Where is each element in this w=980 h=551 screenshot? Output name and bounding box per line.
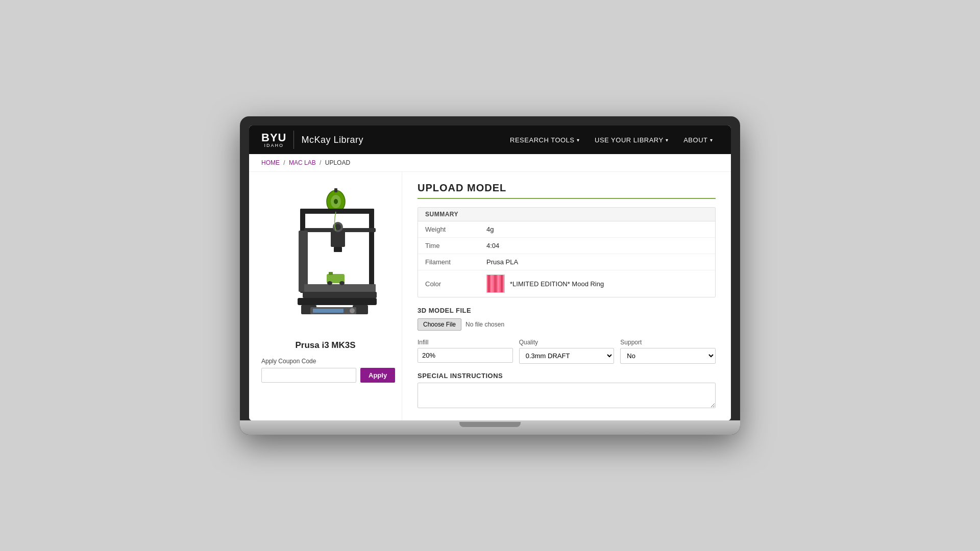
laptop-base [240,420,740,435]
filament-label: Filament [418,254,479,270]
summary-box: SUMMARY Weight 4g Time 4:04 Filament Pru [418,207,716,297]
svg-rect-31 [503,275,505,293]
svg-point-20 [350,308,355,313]
color-value-cell: *LIMITED EDITION* Mood Ring [486,274,708,293]
printer-name: Prusa i3 MK3S [295,340,355,350]
svg-point-22 [327,281,332,285]
special-instructions-input[interactable] [418,383,716,408]
support-select[interactable]: No Yes [620,348,716,364]
about-label: ABOUT [683,136,707,144]
no-file-text: No file chosen [465,321,504,328]
weight-value: 4g [479,221,715,238]
research-tools-chevron: ▾ [577,137,580,143]
svg-rect-27 [491,275,493,293]
summary-table: Weight 4g Time 4:04 Filament Prusa PLA [418,221,715,297]
color-cell: *LIMITED EDITION* Mood Ring [479,270,715,297]
support-label: Support [620,339,716,346]
coupon-input[interactable] [261,368,356,383]
svg-rect-9 [334,247,342,252]
table-row: Weight 4g [418,221,715,238]
laptop-screen: BYU IDAHO McKay Library RESEARCH TOOLS ▾… [249,126,731,420]
nav-use-library[interactable]: USE YOUR LIBRARY ▾ [589,132,674,148]
byu-logo: BYU IDAHO [261,132,286,148]
color-label: Color [418,270,479,297]
svg-rect-24 [329,272,333,275]
nav-divider [293,131,294,149]
printer-illustration [270,182,382,335]
nav-title: McKay Library [301,135,363,145]
quality-select[interactable]: 0.3mm DRAFT 0.05mm DETAIL 0.1mm QUALITY … [519,348,615,364]
breadcrumb-sep2: / [320,159,321,166]
apply-button[interactable]: Apply [360,368,395,383]
time-label: Time [418,238,479,254]
research-tools-label: RESEARCH TOOLS [510,136,574,144]
svg-rect-3 [334,188,337,192]
svg-rect-6 [369,209,374,293]
byu-text: BYU [261,132,286,143]
options-grid: Infill Quality 0.3mm DRAFT 0.05mm DETAIL… [418,339,716,364]
quality-option: Quality 0.3mm DRAFT 0.05mm DETAIL 0.1mm … [519,339,615,364]
breadcrumb-home[interactable]: HOME [261,159,280,166]
svg-point-23 [339,281,345,285]
coupon-row: Apply [261,368,389,383]
infill-input[interactable] [418,348,513,363]
svg-rect-15 [298,298,377,305]
table-row: Filament Prusa PLA [418,254,715,270]
nav-brand: BYU IDAHO McKay Library [261,131,363,149]
color-name: *LIMITED EDITION* Mood Ring [510,280,604,288]
quality-label: Quality [519,339,615,346]
file-section-label: 3D MODEL FILE [418,307,716,314]
svg-rect-29 [498,275,499,293]
breadcrumb: HOME / MAC LAB / UPLOAD [249,154,731,172]
breadcrumb-sep1: / [283,159,285,166]
infill-option: Infill [418,339,513,364]
about-chevron: ▾ [710,137,713,143]
svg-rect-26 [488,275,490,293]
svg-rect-8 [331,231,345,247]
color-swatch [486,274,505,293]
use-library-chevron: ▾ [666,137,669,143]
right-panel: UPLOAD MODEL SUMMARY Weight 4g Time 4:04 [402,172,731,420]
main-content: Prusa i3 MK3S Apply Coupon Code Apply UP… [249,172,731,420]
laptop-frame: BYU IDAHO McKay Library RESEARCH TOOLS ▾… [240,116,740,435]
coupon-label: Apply Coupon Code [261,358,316,365]
svg-point-2 [334,199,338,204]
breadcrumb-current: UPLOAD [325,159,350,166]
table-row: Color [418,270,715,297]
filament-value: Prusa PLA [479,254,715,270]
nav-research-tools[interactable]: RESEARCH TOOLS ▾ [504,132,585,148]
laptop-notch [459,422,521,427]
svg-rect-19 [313,309,344,313]
summary-header: SUMMARY [418,208,715,221]
main-nav: BYU IDAHO McKay Library RESEARCH TOOLS ▾… [249,126,731,154]
special-instructions-label: Special Instructions [418,372,716,380]
idaho-text: IDAHO [264,143,284,148]
weight-label: Weight [418,221,479,238]
infill-label: Infill [418,339,513,346]
left-panel: Prusa i3 MK3S Apply Coupon Code Apply [249,172,402,420]
nav-about[interactable]: ABOUT ▾ [677,132,719,148]
svg-rect-28 [494,275,497,293]
table-row: Time 4:04 [418,238,715,254]
upload-title: UPLOAD MODEL [418,182,716,199]
nav-links: RESEARCH TOOLS ▾ USE YOUR LIBRARY ▾ ABOU… [504,132,719,148]
svg-rect-14 [304,284,376,292]
breadcrumb-mac-lab[interactable]: MAC LAB [289,159,316,166]
use-library-label: USE YOUR LIBRARY [595,136,664,144]
svg-rect-4 [300,209,374,214]
svg-rect-30 [501,275,503,293]
support-option: Support No Yes [620,339,716,364]
file-input-row: Choose File No file chosen [418,318,716,331]
svg-rect-13 [303,292,377,298]
svg-rect-12 [299,231,308,292]
time-value: 4:04 [479,238,715,254]
choose-file-button[interactable]: Choose File [418,318,461,331]
